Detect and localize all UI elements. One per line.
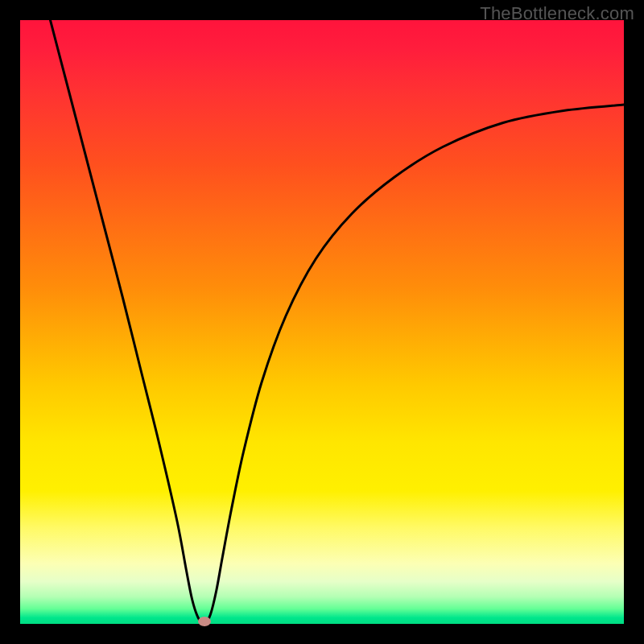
chart-container (20, 20, 624, 624)
watermark-text: TheBottleneck.com (480, 3, 634, 24)
gradient-background (20, 20, 624, 624)
optimal-point-marker (198, 617, 211, 626)
